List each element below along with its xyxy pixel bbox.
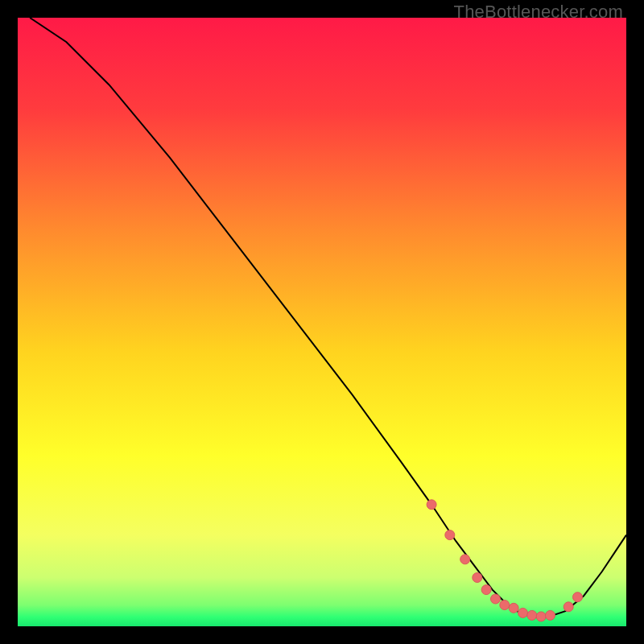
data-point <box>509 603 518 613</box>
data-point <box>481 585 491 595</box>
watermark-text: TheBottlenecker.com <box>454 2 623 23</box>
data-point <box>491 594 501 604</box>
data-point <box>460 555 470 564</box>
data-point <box>427 500 436 510</box>
data-point <box>445 530 455 540</box>
data-point <box>518 608 528 617</box>
data-point <box>473 573 482 583</box>
bottleneck-chart <box>18 18 626 626</box>
data-point <box>573 592 583 602</box>
chart-frame <box>18 18 626 626</box>
data-point <box>500 601 510 610</box>
data-point <box>546 610 555 620</box>
data-point <box>536 612 546 621</box>
gradient-background <box>18 18 626 626</box>
data-point <box>527 610 537 620</box>
data-point <box>564 602 573 612</box>
